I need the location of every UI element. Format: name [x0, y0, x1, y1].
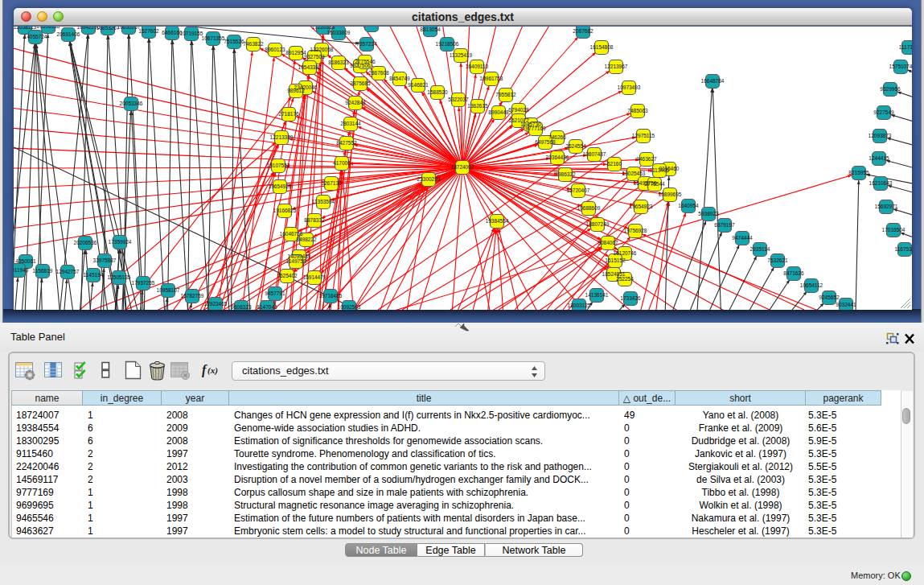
svg-text:16210643: 16210643 [869, 180, 893, 186]
svg-text:2775546: 2775546 [355, 59, 376, 64]
svg-text:18922358: 18922358 [360, 27, 384, 27]
svg-text:7955812: 7955812 [495, 92, 516, 97]
svg-text:16033809: 16033809 [327, 30, 351, 35]
svg-text:15720407: 15720407 [567, 187, 590, 193]
svg-text:10958107: 10958107 [157, 287, 180, 293]
svg-text:12942757: 12942757 [56, 269, 80, 274]
svg-text:9777169: 9777169 [525, 126, 546, 131]
svg-text:8878332: 8878332 [304, 217, 325, 223]
svg-text:10719155: 10719155 [180, 31, 203, 36]
svg-text:12505135: 12505135 [108, 274, 131, 280]
svg-text:6879197: 6879197 [714, 222, 735, 228]
svg-text:14136141: 14136141 [585, 292, 609, 298]
svg-text:11325419: 11325419 [450, 52, 473, 58]
svg-text:8912954: 8912954 [285, 50, 306, 56]
svg-text:1640954: 1640954 [678, 203, 699, 208]
svg-text:9227549: 9227549 [873, 109, 894, 115]
svg-text:16914479: 16914479 [303, 274, 326, 280]
svg-text:9606323: 9606323 [231, 304, 252, 310]
svg-text:10025453: 10025453 [622, 171, 646, 176]
svg-text:19716485: 19716485 [319, 293, 343, 299]
svg-text:11353594: 11353594 [312, 199, 335, 204]
svg-text:16154808: 16154808 [590, 44, 614, 50]
svg-text:7986322: 7986322 [555, 171, 576, 177]
svg-text:8960123: 8960123 [265, 47, 285, 52]
svg-text:2775544: 2775544 [644, 181, 665, 187]
svg-text:12213389: 12213389 [270, 134, 294, 140]
svg-text:2718176: 2718176 [278, 111, 299, 117]
svg-text:17957255: 17957255 [132, 280, 155, 286]
svg-text:10807487: 10807487 [583, 151, 606, 157]
svg-text:7357224: 7357224 [356, 41, 377, 47]
svg-text:3624554: 3624554 [565, 143, 586, 149]
svg-text:20206536: 20206536 [74, 240, 97, 245]
svg-text:19654923: 19654923 [630, 204, 653, 209]
svg-text:3267130: 3267130 [321, 180, 342, 186]
svg-text:1362615: 1362615 [467, 103, 488, 109]
svg-text:8215955: 8215955 [848, 170, 869, 175]
svg-text:16120746: 16120746 [614, 250, 637, 256]
svg-text:19756928: 19756928 [624, 228, 647, 233]
svg-text:10853267: 10853267 [97, 27, 120, 31]
svg-text:3875685: 3875685 [350, 80, 371, 86]
svg-text:(x): (x) [207, 365, 218, 376]
svg-text:5938923: 5938923 [698, 211, 719, 216]
svg-text:20691406: 20691406 [57, 31, 80, 37]
svg-text:9327503: 9327503 [304, 54, 325, 60]
svg-text:13226058: 13226058 [310, 47, 334, 52]
svg-text:f: f [202, 363, 207, 377]
svg-text:3911940: 3911940 [14, 267, 29, 273]
svg-text:18003125: 18003125 [568, 303, 591, 308]
svg-text:7515526: 7515526 [224, 39, 244, 44]
svg-text:1113405: 1113405 [650, 167, 670, 173]
svg-text:12058113: 12058113 [14, 27, 37, 30]
svg-text:8186323: 8186323 [328, 60, 349, 65]
svg-text:4350061: 4350061 [15, 258, 36, 264]
svg-text:8454749: 8454749 [389, 76, 410, 81]
svg-text:12093873: 12093873 [869, 133, 892, 138]
svg-text:10543382: 10543382 [298, 64, 322, 70]
svg-text:20053346: 20053346 [120, 101, 143, 106]
svg-text:417006: 417006 [333, 160, 351, 166]
svg-text:8990448: 8990448 [488, 109, 509, 115]
svg-text:1149758: 1149758 [286, 258, 306, 264]
svg-text:19166825: 19166825 [273, 208, 297, 213]
svg-text:9329966: 9329966 [880, 86, 901, 92]
svg-text:10107552: 10107552 [267, 163, 290, 168]
svg-text:9084067: 9084067 [598, 240, 618, 245]
svg-text:23300293: 23300293 [417, 176, 441, 182]
svg-text:10973493: 10973493 [618, 84, 641, 90]
svg-text:8147045: 8147045 [257, 304, 277, 310]
svg-text:17016504: 17016504 [882, 227, 906, 233]
svg-text:10688609: 10688609 [577, 205, 601, 211]
svg-text:62160: 62160 [607, 161, 622, 167]
svg-text:2087682: 2087682 [573, 28, 593, 34]
svg-text:1615152: 1615152 [605, 257, 626, 263]
svg-text:6497568: 6497568 [535, 139, 556, 145]
svg-text:7485063: 7485063 [627, 108, 648, 113]
svg-text:19654925: 19654925 [269, 183, 292, 189]
svg-text:1527602: 1527602 [138, 28, 159, 34]
svg-text:19384554: 19384554 [486, 218, 509, 224]
svg-text:1733426: 1733426 [620, 295, 641, 301]
svg-text:14055724: 14055724 [24, 34, 47, 39]
svg-text:8427552: 8427552 [336, 140, 357, 146]
svg-text:252254: 252254 [616, 276, 634, 282]
svg-text:20364436: 20364436 [546, 154, 569, 160]
svg-text:10654112: 10654112 [800, 282, 823, 288]
svg-text:17359924: 17359924 [109, 239, 132, 245]
svg-text:19218506: 19218506 [436, 41, 459, 47]
svg-text:33975887: 33975887 [93, 257, 117, 263]
svg-text:9457791: 9457791 [265, 290, 285, 296]
svg-text:15751074: 15751074 [889, 64, 912, 69]
svg-text:9474444: 9474444 [732, 235, 753, 241]
svg-text:9146821: 9146821 [408, 82, 429, 88]
svg-text:8498222: 8498222 [296, 237, 317, 242]
svg-text:9463627: 9463627 [636, 156, 657, 162]
svg-text:16782759: 16782759 [181, 293, 204, 299]
svg-text:7625402: 7625402 [277, 273, 298, 278]
svg-text:6794028: 6794028 [508, 107, 529, 113]
svg-text:10899695: 10899695 [659, 192, 682, 197]
svg-text:1167531: 1167531 [895, 246, 912, 252]
svg-text:9245652: 9245652 [819, 295, 840, 300]
